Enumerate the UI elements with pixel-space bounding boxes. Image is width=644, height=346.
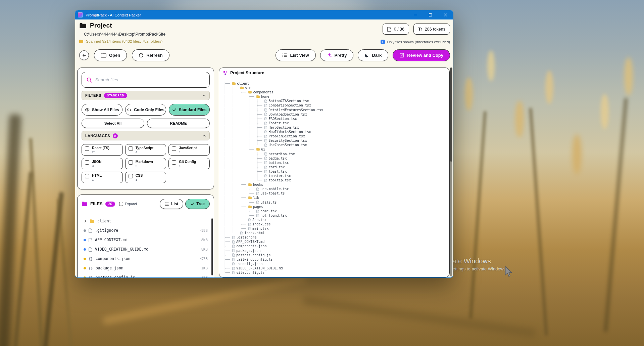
file-row[interactable]: client (81, 216, 210, 226)
expand-toggle[interactable]: Expand (119, 202, 137, 206)
folder-icon (248, 91, 252, 94)
file-row[interactable]: VIDEO_CREATION_GUIDE.md 5KB (81, 245, 210, 254)
language-count: 1 (179, 150, 197, 154)
dark-mode-button[interactable]: Dark (358, 49, 388, 61)
file-icon (264, 157, 267, 160)
folder-icon (256, 95, 260, 98)
language-card[interactable]: React (TS) 23 (82, 144, 123, 156)
language-label: Markdown (136, 160, 153, 164)
language-card[interactable]: JavaScript 1 (168, 144, 210, 156)
list-toggle-button[interactable]: List (160, 199, 183, 209)
maximize-button[interactable] (423, 10, 438, 19)
tree-row: ├── package.json (224, 249, 449, 253)
pretty-button[interactable]: Pretty (320, 49, 354, 61)
filter-button[interactable]: Code Only Files (125, 104, 166, 116)
tree-row: │ │ ├── lib (224, 196, 449, 200)
refresh-button[interactable]: Refresh (132, 49, 169, 61)
tree-entry-name: vite.config.ts (236, 270, 264, 275)
tree-branch: ├── (224, 253, 232, 257)
filter-button[interactable]: Show All Files (82, 104, 122, 116)
check-icon (190, 202, 194, 206)
language-checkbox[interactable] (85, 160, 89, 165)
languages-section-header[interactable]: LANGUAGES 8 (82, 131, 210, 140)
close-button[interactable] (438, 10, 453, 19)
expand-checkbox[interactable] (119, 202, 123, 206)
tree-entry-name: main.tsx (252, 226, 268, 231)
language-checkbox[interactable] (85, 174, 89, 178)
file-row[interactable]: .gitignore 438B (81, 226, 210, 235)
scrollbar-thumb[interactable] (450, 68, 452, 162)
file-row[interactable]: postcss.config.js 86B (81, 273, 210, 277)
tree-entry-name: DetailedFeaturesSection.tsx (268, 108, 323, 112)
tree-branch: ├── (224, 262, 232, 266)
dark-label: Dark (372, 53, 382, 58)
wheat-stalk (57, 199, 73, 346)
review-and-copy-button[interactable]: Review and Copy (393, 49, 450, 61)
file-row[interactable]: components.json 478B (81, 254, 210, 263)
tree-entry-name: HowItWorksSection.tsx (268, 130, 311, 134)
tree-branch: │ │ │ ├── (224, 169, 264, 174)
file-icon (256, 214, 259, 217)
tree-row: │ │ │ │ ├── DetailedFeaturesSection.tsx (224, 108, 449, 112)
type-icon: Tr (418, 27, 422, 32)
files-scrollbar[interactable] (211, 218, 213, 275)
file-row[interactable]: APP_CONTEXT.md 8KB (81, 235, 210, 245)
eye-icon (85, 107, 90, 112)
tree-row: ├── APP_CONTEXT.md (224, 240, 449, 244)
search-input[interactable] (95, 77, 205, 82)
tree-row: ├── postcss.config.js (224, 253, 449, 257)
file-icon (264, 117, 267, 121)
readme-button[interactable]: README (147, 119, 210, 128)
document-icon (387, 27, 391, 32)
tree-entry-name: FAQSection.tsx (268, 117, 297, 121)
file-icon (264, 99, 267, 103)
language-checkbox[interactable] (129, 160, 133, 165)
tree-row: │ │ │ ├── home.tsx (224, 209, 449, 213)
language-card[interactable]: JSON 3 (82, 158, 123, 169)
tree-row: │ │ │ ├── accordion.tsx (224, 152, 449, 156)
window-content: Project C:\Users\4444444\Desktop\PromptP… (75, 19, 453, 277)
select-all-button[interactable]: Select All (82, 119, 144, 128)
language-checkbox[interactable] (85, 146, 89, 151)
wheat-stalk (41, 192, 64, 346)
titlebar[interactable]: PromptPack - AI Context Packer (75, 10, 453, 19)
list-view-button[interactable]: List View (276, 49, 315, 61)
minimize-button[interactable] (408, 10, 423, 19)
file-icon (264, 170, 267, 173)
filter-button[interactable]: Standard Files (169, 104, 210, 116)
file-icon (264, 108, 267, 112)
language-checkbox[interactable] (129, 174, 133, 178)
main-scrollbar[interactable] (450, 68, 452, 276)
language-checkbox[interactable] (129, 146, 133, 151)
back-button[interactable] (79, 50, 89, 60)
wheat-head (624, 57, 633, 96)
file-row[interactable]: package.json 1KB (81, 263, 210, 273)
filters-panel: FILTERS STANDARD Show All Files (77, 68, 214, 189)
language-card[interactable]: Markdown 2 (125, 158, 166, 169)
tokens-badge: Tr 286 tokens (413, 24, 450, 35)
tree-branch: │ │ ├── (224, 90, 248, 94)
file-icon (264, 143, 267, 147)
file-icon (232, 236, 235, 239)
tree-row: │ │ │ │ ├── FAQSection.tsx (224, 117, 449, 121)
filters-section-header[interactable]: FILTERS STANDARD (82, 91, 210, 100)
language-card[interactable]: TypeScript 4 (125, 144, 166, 156)
tree-branch: │ │ │ ├── (224, 94, 256, 99)
language-checkbox[interactable] (172, 160, 176, 165)
tree-branch: │ │ │ │ ├── (224, 121, 264, 125)
tree-entry-name: Footer.tsx (268, 121, 289, 125)
tree-toggle-button[interactable]: Tree (185, 199, 210, 209)
structure-icon (223, 71, 228, 75)
file-icon (89, 228, 92, 233)
review-copy-label: Review and Copy (407, 53, 443, 58)
tree-branch: ├── (224, 235, 232, 240)
language-checkbox[interactable] (172, 146, 176, 151)
tree-row: │ │ │ ├── button.tsx (224, 161, 449, 165)
tree-row: │ │ │ ├── badge.tsx (224, 156, 449, 161)
language-card[interactable]: Git Config 1 (168, 158, 210, 169)
language-card[interactable]: HTML 1 (82, 172, 123, 183)
language-card[interactable]: CSS 1 (125, 172, 166, 183)
tree-entry-name: ui (261, 147, 265, 152)
open-button[interactable]: Open (94, 49, 127, 61)
tree-entry-name: home.tsx (260, 209, 277, 213)
